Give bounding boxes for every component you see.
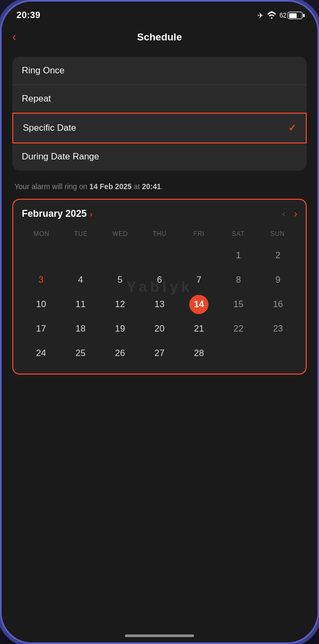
day-name-mon: MON [22,228,61,240]
calendar-prev-button[interactable]: ‹ [282,208,286,219]
cal-cell-empty-2 [61,244,99,267]
cal-cell-4[interactable]: 4 [61,268,99,292]
calendar-next-button[interactable]: › [294,208,297,219]
wifi-icon [267,11,276,20]
cal-cell-14[interactable]: 14 [180,293,218,316]
month-chevron-icon[interactable]: › [90,210,93,218]
cal-cell-2[interactable]: 2 [259,244,297,267]
cal-cell-10[interactable]: 10 [22,293,60,316]
cal-cell-12[interactable]: 12 [101,293,139,316]
cal-cell-16[interactable]: 16 [259,293,297,316]
cal-cell-13[interactable]: 13 [140,293,179,316]
phone-frame: 20:39 ✈ 62 ‹ [0,0,319,644]
home-indicator [125,634,194,637]
cal-cell-empty-6 [219,342,257,365]
option-ring-once-label: Ring Once [22,65,64,76]
status-icons: ✈ 62 [257,11,303,20]
status-time: 20:39 [16,10,40,21]
cal-cell-11[interactable]: 11 [61,293,99,316]
calendar-nav: ‹ › [282,208,297,219]
cal-cell-28[interactable]: 28 [180,342,218,365]
month-year-label: February 2025 [22,208,87,219]
day-name-thu: THU [140,228,179,240]
status-bar: 20:39 ✈ 62 [2,2,317,25]
checkmark-icon: ✓ [288,122,296,134]
cal-cell-9[interactable]: 9 [259,268,297,292]
battery-indicator: 62 [280,12,303,19]
cal-cell-27[interactable]: 27 [140,342,179,365]
option-during-date-range[interactable]: During Date Range [12,143,307,171]
option-specific-date-label: Specific Date [23,123,76,133]
calendar-container: Yablyk February 2025 › ‹ › MON TUE [12,199,307,375]
cal-cell-empty-1 [22,244,60,267]
alarm-info-middle: at [132,182,142,191]
day-name-sun: SUN [258,228,297,240]
day-name-fri: FRI [179,228,219,240]
cal-cell-21[interactable]: 21 [180,317,218,341]
calendar-grid: 1 2 3 4 5 6 7 8 9 10 11 12 13 14 15 [22,244,297,365]
alarm-info-suffix: . [161,182,163,191]
cal-cell-6[interactable]: 6 [140,268,179,292]
day-name-tue: TUE [61,228,100,240]
cal-cell-20[interactable]: 20 [140,317,179,341]
screen: 20:39 ✈ 62 ‹ [2,2,317,642]
option-repeat-label: Repeat [22,94,51,104]
alarm-info-time: 20:41 [142,182,161,191]
option-during-date-range-label: During Date Range [22,151,99,162]
alarm-info-text: Your alarm will ring on 14 Feb 2025 at 2… [12,181,307,192]
option-specific-date[interactable]: Specific Date ✓ [12,113,307,143]
day-name-wed: WED [100,228,140,240]
cal-cell-22[interactable]: 22 [219,317,257,341]
option-repeat[interactable]: Repeat [12,85,307,113]
cal-cell-1[interactable]: 1 [219,244,257,267]
cal-cell-15[interactable]: 15 [219,293,257,316]
cal-cell-18[interactable]: 18 [61,317,99,341]
cal-cell-26[interactable]: 26 [101,342,139,365]
day-name-sat: SAT [219,228,258,240]
cal-cell-3[interactable]: 3 [22,268,60,292]
battery-fill [289,13,297,18]
battery-text: 62 [280,12,287,19]
cal-cell-8[interactable]: 8 [219,268,257,292]
content-area: Ring Once Repeat Specific Date ✓ During … [2,52,317,642]
alarm-info-prefix: Your alarm will ring on [14,182,89,191]
cal-cell-19[interactable]: 19 [101,317,139,341]
page-title: Schedule [137,31,182,43]
cal-cell-7[interactable]: 7 [180,268,218,292]
cal-cell-25[interactable]: 25 [61,342,99,365]
cal-cell-23[interactable]: 23 [259,317,297,341]
schedule-options-list: Ring Once Repeat Specific Date ✓ During … [12,57,307,171]
airplane-icon: ✈ [257,11,264,20]
option-ring-once[interactable]: Ring Once [12,57,307,85]
cal-cell-17[interactable]: 17 [22,317,60,341]
cal-cell-24[interactable]: 24 [22,342,60,365]
nav-header: ‹ Schedule [2,25,317,52]
calendar-day-names: MON TUE WED THU FRI SAT SUN [22,228,297,240]
cal-cell-5[interactable]: 5 [101,268,139,292]
svg-point-0 [271,17,272,19]
calendar-header: February 2025 › ‹ › [22,208,297,219]
cal-cell-empty-7 [259,342,297,365]
alarm-info-date: 14 Feb 2025 [89,182,131,191]
battery-body [288,12,303,19]
cal-cell-empty-5 [180,244,218,267]
back-button[interactable]: ‹ [12,30,16,44]
cal-cell-empty-3 [101,244,139,267]
calendar-month-title: February 2025 › [22,208,93,219]
cal-cell-empty-4 [140,244,179,267]
